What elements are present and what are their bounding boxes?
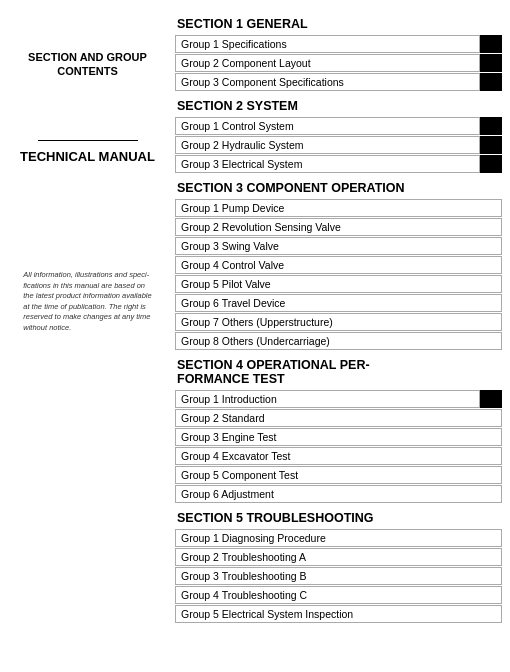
table-row: Group 2 Component Layout (175, 54, 502, 72)
group-label: Group 2 Standard (175, 409, 502, 427)
section-group-title: SECTION AND GROUP CONTENTS (28, 50, 147, 79)
section-header-3: SECTION 3 COMPONENT OPERATION (175, 178, 502, 198)
table-row: Group 1 Specifications (175, 35, 502, 53)
group-label: Group 3 Swing Valve (175, 237, 502, 255)
technical-manual-label: TECHNICAL MANUAL (20, 149, 155, 166)
table-row: Group 4 Troubleshooting C (175, 586, 502, 604)
table-row: Group 2 Troubleshooting A (175, 548, 502, 566)
table-row: Group 5 Component Test (175, 466, 502, 484)
group-black-indicator (480, 117, 502, 135)
table-row: Group 4 Control Valve (175, 256, 502, 274)
right-column: SECTION 1 GENERALGroup 1 SpecificationsG… (175, 10, 510, 662)
group-label: Group 3 Component Specifications (175, 73, 480, 91)
group-label: Group 3 Engine Test (175, 428, 502, 446)
group-label: Group 1 Specifications (175, 35, 480, 53)
table-row: Group 3 Troubleshooting B (175, 567, 502, 585)
group-black-indicator (480, 390, 502, 408)
section-header-4: SECTION 4 OPERATIONAL PER- FORMANCE TEST (175, 355, 502, 389)
table-row: Group 3 Component Specifications (175, 73, 502, 91)
group-label: Group 6 Adjustment (175, 485, 502, 503)
table-row: Group 3 Engine Test (175, 428, 502, 446)
group-black-indicator (480, 73, 502, 91)
table-row: Group 1 Pump Device (175, 199, 502, 217)
group-label: Group 2 Troubleshooting A (175, 548, 502, 566)
left-column: SECTION AND GROUP CONTENTS TECHNICAL MAN… (0, 10, 175, 662)
group-label: Group 1 Pump Device (175, 199, 502, 217)
group-label: Group 1 Diagnosing Procedure (175, 529, 502, 547)
table-row: Group 2 Standard (175, 409, 502, 427)
section-header-5: SECTION 5 TROUBLESHOOTING (175, 508, 502, 528)
group-label: Group 3 Electrical System (175, 155, 480, 173)
group-black-indicator (480, 155, 502, 173)
table-row: Group 6 Travel Device (175, 294, 502, 312)
table-row: Group 5 Electrical System Inspection (175, 605, 502, 623)
group-label: Group 4 Excavator Test (175, 447, 502, 465)
table-row: Group 8 Others (Undercarriage) (175, 332, 502, 350)
table-row: Group 7 Others (Upperstructure) (175, 313, 502, 331)
table-row: Group 1 Diagnosing Procedure (175, 529, 502, 547)
table-row: Group 4 Excavator Test (175, 447, 502, 465)
group-label: Group 4 Troubleshooting C (175, 586, 502, 604)
group-black-indicator (480, 54, 502, 72)
group-label: Group 5 Electrical System Inspection (175, 605, 502, 623)
group-label: Group 2 Component Layout (175, 54, 480, 72)
divider (38, 140, 138, 141)
table-row: Group 2 Hydraulic System (175, 136, 502, 154)
page: SECTION AND GROUP CONTENTS TECHNICAL MAN… (0, 0, 510, 672)
group-label: Group 5 Component Test (175, 466, 502, 484)
group-label: Group 3 Troubleshooting B (175, 567, 502, 585)
group-label: Group 1 Control System (175, 117, 480, 135)
group-label: Group 5 Pilot Valve (175, 275, 502, 293)
section-header-2: SECTION 2 SYSTEM (175, 96, 502, 116)
fine-print: All information, illustrations and speci… (13, 270, 161, 333)
group-label: Group 6 Travel Device (175, 294, 502, 312)
group-label: Group 8 Others (Undercarriage) (175, 332, 502, 350)
table-row: Group 1 Control System (175, 117, 502, 135)
table-row: Group 6 Adjustment (175, 485, 502, 503)
group-label: Group 1 Introduction (175, 390, 480, 408)
table-row: Group 3 Electrical System (175, 155, 502, 173)
group-label: Group 7 Others (Upperstructure) (175, 313, 502, 331)
group-label: Group 2 Hydraulic System (175, 136, 480, 154)
group-black-indicator (480, 35, 502, 53)
table-row: Group 3 Swing Valve (175, 237, 502, 255)
table-row: Group 5 Pilot Valve (175, 275, 502, 293)
table-row: Group 2 Revolution Sensing Valve (175, 218, 502, 236)
section-header-1: SECTION 1 GENERAL (175, 14, 502, 34)
group-label: Group 4 Control Valve (175, 256, 502, 274)
group-label: Group 2 Revolution Sensing Valve (175, 218, 502, 236)
table-row: Group 1 Introduction (175, 390, 502, 408)
group-black-indicator (480, 136, 502, 154)
